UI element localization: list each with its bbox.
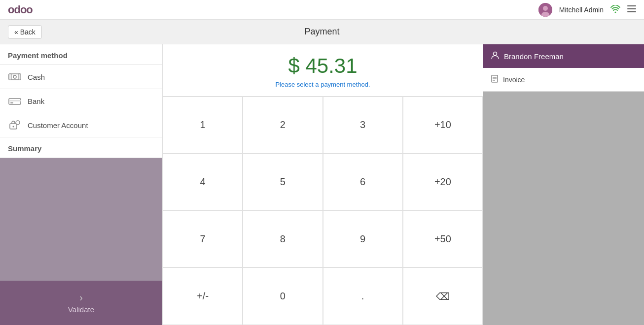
bank-icon [8,96,22,106]
numpad-grid: 123+10456+20789+50+/-0.⌫ [163,97,483,325]
payment-method-bank[interactable]: Bank [0,89,162,113]
svg-rect-8 [9,74,11,80]
validate-button[interactable]: › Validate [0,281,162,325]
svg-rect-4 [627,5,636,6]
customer-account-icon: i [8,120,22,130]
numpad-btn-btn-4[interactable]: 4 [163,154,243,211]
numpad-btn-btn-plus50[interactable]: +50 [403,211,483,268]
amount-display: $ 45.31 Please select a payment method. [163,44,483,97]
numpad-btn-btn-dot[interactable]: . [323,267,403,325]
numpad-btn-btn-3[interactable]: 3 [323,97,403,154]
validate-label: Validate [68,305,94,314]
topbar-right: Mitchell Admin [538,3,636,17]
menu-icon[interactable] [627,5,636,14]
numpad-btn-btn-plus10[interactable]: +10 [403,97,483,154]
wifi-icon [610,5,620,15]
user-name-label: Mitchell Admin [559,6,604,14]
cash-icon [8,72,22,82]
bank-label: Bank [28,97,44,105]
svg-point-3 [615,11,616,13]
summary-title: Summary [0,137,162,158]
numpad-btn-btn-8[interactable]: 8 [243,211,322,268]
avatar [538,3,552,17]
right-content [483,92,644,325]
numpad-btn-btn-1[interactable]: 1 [163,97,243,154]
left-sidebar: Payment method Cash Bank [0,44,163,325]
invoice-item[interactable]: Invoice [483,68,644,92]
main-layout: Payment method Cash Bank [0,44,644,325]
right-sidebar: Brandon Freeman Invoice [483,44,644,325]
center-area: $ 45.31 Please select a payment method. … [163,44,483,325]
svg-rect-12 [9,100,21,101]
topbar: odoo Mitchell Admin [0,0,644,20]
payment-method-cash[interactable]: Cash [0,65,162,89]
amount-hint: Please select a payment method. [275,81,370,88]
svg-rect-9 [18,74,21,80]
numpad-btn-btn-0[interactable]: 0 [243,267,322,325]
numpad-btn-btn-2[interactable]: 2 [243,97,322,154]
svg-rect-6 [627,11,636,12]
customer-name: Brandon Freeman [504,52,564,61]
numpad-btn-btn-backspace[interactable]: ⌫ [403,267,483,325]
svg-point-1 [543,6,548,11]
payment-method-title: Payment method [0,44,162,65]
page-title: Payment [304,27,339,37]
svg-point-10 [13,75,16,78]
invoice-icon [491,75,498,84]
numpad-btn-btn-plus20[interactable]: +20 [403,154,483,211]
summary-content [0,158,162,281]
svg-rect-5 [627,8,636,9]
back-button[interactable]: « Back [8,25,42,39]
numpad-btn-btn-7[interactable]: 7 [163,211,243,268]
customer-account-label: Customer Account [28,121,88,130]
customer-icon [491,51,499,61]
payment-method-customer-account[interactable]: i Customer Account [0,113,162,137]
amount-value: $ 45.31 [288,54,357,78]
validate-chevron-icon: › [79,292,83,303]
numpad-btn-btn-9[interactable]: 9 [323,211,403,268]
invoice-label: Invoice [503,76,525,84]
svg-rect-13 [10,102,13,103]
numpad-btn-btn-6[interactable]: 6 [323,154,403,211]
numpad-btn-btn-sign[interactable]: +/- [163,267,243,325]
svg-point-18 [494,52,497,56]
cash-label: Cash [28,73,45,81]
customer-header[interactable]: Brandon Freeman [483,44,644,68]
logo-area: odoo [8,3,33,16]
headerbar: « Back Payment [0,20,644,44]
svg-point-15 [13,126,14,128]
numpad-btn-btn-5[interactable]: 5 [243,154,322,211]
odoo-logo: odoo [8,3,33,16]
